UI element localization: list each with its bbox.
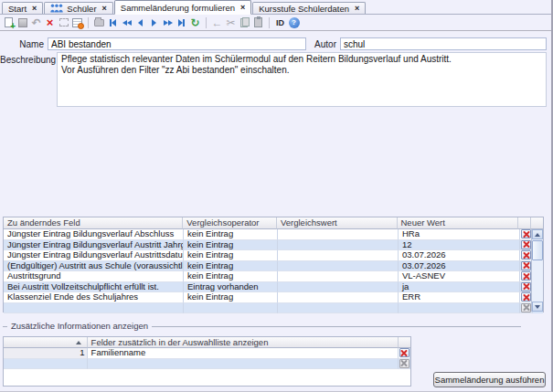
cell-extra-field[interactable]: Familienname (88, 348, 399, 359)
cell-operator[interactable] (184, 303, 278, 314)
cell-operator[interactable]: kein Eintrag (184, 271, 278, 282)
delete-row-button[interactable] (521, 271, 531, 281)
column-header[interactable]: Neuer Wert (398, 217, 519, 229)
cell-operator[interactable]: kein Eintrag (184, 292, 278, 303)
row-number-column-header[interactable] (4, 337, 88, 348)
cell-operator[interactable]: kein Eintrag (184, 261, 278, 272)
scroll-up-icon[interactable] (532, 229, 543, 239)
table-row[interactable] (4, 359, 410, 370)
cell-new-value[interactable]: ERR (399, 292, 520, 303)
back-arrow-icon[interactable]: ← (210, 16, 224, 29)
tab-close-icon[interactable]: × (240, 3, 245, 12)
cell-field[interactable] (4, 303, 184, 314)
cell-field[interactable]: Bei Austritt Vollzeitschulpflicht erfüll… (4, 282, 184, 293)
cell-extra-field[interactable] (88, 359, 399, 370)
table-row[interactable]: Jüngster Eintrag Bildungsverlauf Abschlu… (4, 229, 543, 240)
table-row[interactable]: Jüngster Eintrag Bildungsverlauf Austrit… (4, 240, 543, 251)
delete-record-icon[interactable]: × (43, 16, 57, 29)
cell-compare-value[interactable] (278, 271, 399, 282)
cell-compare-value[interactable] (278, 250, 399, 261)
beschreibung-textarea[interactable]: Pflege statistisch relevanter Daten im S… (57, 52, 547, 107)
delete-row-button[interactable] (399, 359, 409, 368)
table-row[interactable]: Bei Austritt Vollzeitschulpflicht erfüll… (4, 282, 543, 293)
tab-sammelaenderung-formulieren[interactable]: Sammeländerung formulieren × (114, 0, 251, 15)
column-header[interactable]: Zu änderndes Feld (4, 217, 183, 229)
name-input[interactable] (48, 37, 306, 50)
refresh-icon[interactable]: ↻ (188, 16, 202, 29)
cell-new-value[interactable]: 03.07.2026 (399, 261, 520, 272)
table-row[interactable]: 1Familienname (4, 348, 410, 359)
add-record-icon[interactable]: + (2, 16, 16, 29)
delete-row-button[interactable] (521, 292, 531, 302)
table-row[interactable]: Klassenziel Ende des Schuljahreskein Ein… (4, 292, 543, 303)
tab-start[interactable]: Start × (2, 2, 43, 14)
vertical-scrollbar[interactable] (531, 229, 543, 312)
delete-row-button[interactable] (521, 250, 531, 260)
cell-operator[interactable]: kein Eintrag (184, 229, 278, 240)
tab-kursstufe-schuelerdaten[interactable]: Kursstufe Schülerdaten × (252, 2, 366, 14)
nav-first-icon[interactable] (106, 16, 120, 29)
paste-icon[interactable] (251, 16, 265, 29)
table-row[interactable]: (Endgültiger) Austritt aus Schule (vorau… (4, 261, 543, 272)
tab-close-icon[interactable]: × (102, 4, 107, 13)
cell-new-value[interactable]: 03.07.2026 (399, 250, 520, 261)
cell-row-number[interactable] (4, 359, 88, 370)
id-button[interactable]: ID (273, 16, 287, 29)
select-record-icon[interactable] (57, 16, 70, 29)
tab-schueler[interactable]: Schüler × (44, 2, 112, 14)
cell-field[interactable]: (Endgültiger) Austritt aus Schule (vorau… (4, 261, 184, 272)
nav-fast-back-icon[interactable] (120, 16, 133, 29)
cell-compare-value[interactable] (278, 292, 399, 303)
cell-new-value[interactable] (399, 303, 520, 314)
x-icon (523, 241, 529, 248)
cell-compare-value[interactable] (278, 240, 399, 251)
delete-row-button[interactable] (521, 229, 531, 238)
nav-back-icon[interactable] (133, 16, 147, 29)
nav-fast-forward-icon[interactable] (161, 16, 175, 29)
scroll-down-icon[interactable] (532, 302, 543, 312)
scrollbar-thumb[interactable] (532, 240, 543, 260)
save-icon[interactable] (16, 16, 29, 29)
column-header[interactable]: Felder zusätzlich in der Auswahlliste an… (88, 337, 399, 348)
copy-icon[interactable] (238, 16, 251, 29)
cell-new-value[interactable]: VL-ASNEV (399, 271, 520, 282)
undo-icon[interactable]: ↶ (29, 16, 43, 29)
delete-row-button[interactable] (521, 303, 531, 313)
table-row[interactable]: Austrittsgrundkein EintragVL-ASNEV (4, 271, 543, 282)
cell-compare-value[interactable] (278, 303, 399, 314)
cell-operator[interactable]: Eintrag vorhanden (184, 282, 278, 293)
delete-row-button[interactable] (521, 282, 531, 291)
cell-new-value[interactable]: ja (399, 282, 520, 293)
autor-input[interactable] (340, 37, 547, 50)
tab-close-icon[interactable]: × (32, 4, 37, 13)
cell-operator[interactable]: kein Eintrag (184, 240, 278, 251)
cell-new-value[interactable]: HRa (399, 229, 520, 240)
tab-bar: Start × Schüler × Sammeländerung formuli… (0, 0, 551, 15)
cell-field[interactable]: Jüngster Eintrag Bildungsverlauf Austrit… (4, 250, 184, 261)
cell-field[interactable]: Jüngster Eintrag Bildungsverlauf Austrit… (4, 240, 184, 251)
cell-field[interactable]: Jüngster Eintrag Bildungsverlauf Abschlu… (4, 229, 184, 240)
cell-compare-value[interactable] (278, 229, 399, 240)
cell-compare-value[interactable] (278, 282, 399, 293)
delete-row-button[interactable] (521, 240, 531, 249)
cell-field[interactable]: Austrittsgrund (4, 271, 184, 282)
delete-row-button[interactable] (399, 348, 409, 357)
delete-row-button[interactable] (521, 261, 531, 270)
nav-last-icon[interactable] (175, 16, 188, 29)
table-row[interactable]: Jüngster Eintrag Bildungsverlauf Austrit… (4, 250, 543, 261)
cell-new-value[interactable]: 12 (399, 240, 520, 251)
execute-bulk-change-button[interactable]: Sammeländerung ausführen (433, 372, 546, 387)
grid-options-icon[interactable] (70, 16, 84, 29)
table-row[interactable] (4, 303, 543, 314)
batch-icon[interactable] (92, 16, 106, 29)
cell-compare-value[interactable] (278, 261, 399, 272)
tab-close-icon[interactable]: × (355, 4, 359, 13)
help-icon[interactable]: ? (287, 16, 301, 29)
cell-field[interactable]: Klassenziel Ende des Schuljahres (4, 292, 184, 303)
cell-operator[interactable]: kein Eintrag (184, 250, 278, 261)
column-header[interactable]: Vergleichsoperator (183, 217, 277, 229)
column-header[interactable]: Vergleichswert (277, 217, 398, 229)
cut-icon[interactable]: ✂ (224, 16, 238, 29)
cell-row-number[interactable]: 1 (4, 348, 88, 359)
nav-forward-icon[interactable] (147, 16, 161, 29)
